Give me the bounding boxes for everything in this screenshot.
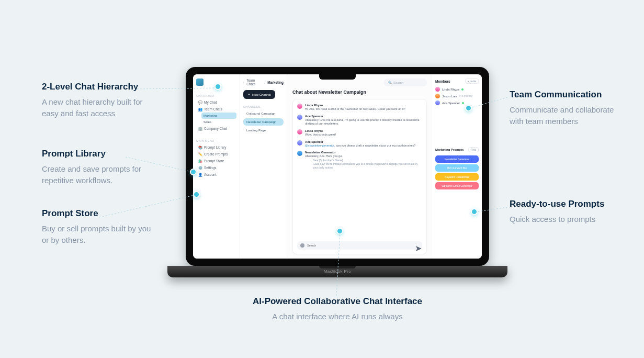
search-input[interactable]: 🔍 Search (384, 79, 427, 86)
avatar (435, 87, 440, 92)
create-icon: ✏️ (198, 152, 202, 156)
avatar-ace (297, 140, 302, 146)
chat-input[interactable] (307, 244, 412, 247)
annotation-title: Prompt Store (42, 208, 157, 219)
breadcrumb: ‹ Team Chats / Marketing (243, 79, 284, 86)
status-text: in a meeting (459, 95, 472, 97)
label: Sales (204, 120, 211, 124)
gear-icon: ⚙️ (198, 166, 202, 170)
annotation-desc: A chat interface where AI runs always (254, 311, 421, 322)
message-2: Ace Spencer Absolutely. Give me a second… (297, 115, 422, 126)
channels-column: ‹ Team Chats / Marketing ＋ New Channel C… (240, 74, 287, 259)
annotation-prompt-library: Prompt Library Create and save prompts f… (42, 149, 157, 186)
sidebar-item-company-chat[interactable]: 🏢Company Chat (196, 125, 236, 132)
breadcrumb-sep: / (264, 81, 265, 84)
laptop-label: MacBook Pro (324, 269, 351, 274)
channel-outbound[interactable]: Outbound Campaign (243, 110, 284, 117)
hotspot-hierarchy[interactable] (214, 83, 221, 90)
hotspot-prompt-lib[interactable] (190, 169, 197, 175)
label: Team Chats (204, 107, 222, 111)
chat-icon: 💬 (198, 100, 202, 104)
app-logo[interactable] (196, 79, 204, 86)
channel-newsletter[interactable]: Newsletter Campaign (243, 118, 284, 126)
prompt-keyword[interactable]: Keyword Researcher (435, 173, 479, 181)
sidebar-item-prompt-library[interactable]: 📚Prompt Library (196, 144, 236, 151)
sidebar-item-sales[interactable]: Sales (201, 119, 236, 125)
prompts-header: Marketing Prompts Find (435, 147, 479, 152)
label: Create Prompts (204, 152, 228, 156)
sidebar-item-prompt-store[interactable]: 🛍️Prompt Store (196, 158, 236, 164)
sidebar-item-create-prompts[interactable]: ✏️Create Prompts (196, 151, 236, 158)
message-author: Linda Rhyze (305, 129, 336, 132)
chat-panel: Linda Rhyze Hi, Ace. We need a draft of … (292, 99, 427, 254)
label: Company Chat (204, 127, 227, 130)
sidebar-item-marketing[interactable]: Marketing (201, 113, 236, 119)
members-title: Members (435, 80, 450, 83)
team-icon: 👥 (198, 107, 202, 111)
app-sidebar: Chatroom 💬My Chat 👥Team Chats Marketing … (193, 74, 240, 259)
member-ace[interactable]: Ace Spencer (435, 100, 479, 105)
sidebar-item-account[interactable]: 👤Account (196, 171, 236, 178)
find-button[interactable]: Find (468, 147, 479, 152)
annotation-desc: Communicate and collaborate with team me… (510, 104, 614, 127)
sidebar-item-settings[interactable]: ⚙️Settings (196, 164, 236, 171)
breadcrumb-current: Marketing (267, 81, 284, 84)
hotspot-ready-prompts[interactable] (471, 208, 478, 215)
message-author: Ace Spencer (305, 140, 415, 143)
annotation-title: 2-Level Chat Hierarchy (42, 82, 157, 92)
label: Account (204, 173, 217, 176)
channel-landing[interactable]: Landing Page (243, 127, 284, 134)
annotation-title: Ready-to-use Prompts (510, 199, 604, 209)
status-online-icon (461, 88, 464, 91)
hotspot-prompt-store[interactable] (193, 191, 200, 198)
message-text: Absolutely. Give me a second, I'm going … (305, 118, 422, 126)
message-text: Absolutely, Ace. Here you go. (305, 154, 422, 159)
message-author: Newsletter Generator (305, 151, 422, 154)
message-text: Wow, that sounds great! (305, 133, 336, 137)
sidebar-item-my-chat[interactable]: 💬My Chat (196, 99, 236, 106)
avatar-linda (297, 129, 302, 135)
members-header: Members + Invite (435, 79, 479, 84)
avatar (435, 94, 440, 98)
message-1: Linda Rhyze Hi, Ace. We need a draft of … (297, 104, 422, 111)
invite-button[interactable]: + Invite (465, 79, 479, 84)
annotation-desc: A new chat hierarchy built for easy and … (42, 96, 157, 119)
label: Prompt Store (204, 159, 224, 163)
member-jason[interactable]: Jason Lars in a meeting (435, 94, 479, 98)
user-avatar-icon (300, 243, 304, 248)
label: Prompt Library (204, 146, 227, 149)
new-channel-button[interactable]: ＋ New Channel (243, 90, 275, 99)
label: Marketing (204, 114, 217, 117)
channels-section-label: Channels (243, 105, 284, 108)
member-name: Jason Lars (442, 95, 457, 98)
mention[interactable]: @newsletter-generator (305, 144, 334, 147)
prompts-title: Marketing Prompts (435, 148, 464, 151)
label: New Channel (252, 93, 271, 96)
chevron-left-icon[interactable]: ‹ (243, 81, 244, 84)
member-name: Linda Rhyze (442, 88, 459, 91)
plus-icon: ＋ (247, 92, 251, 97)
library-icon: 📚 (198, 146, 202, 149)
sidebar-item-team-chats[interactable]: 👥Team Chats (196, 106, 236, 113)
sidebar-section-main-menu: Main Menu (196, 139, 236, 142)
annotation-desc: Buy or sell prompts built by you or by o… (42, 223, 157, 246)
member-linda[interactable]: Linda Rhyze (435, 87, 479, 92)
store-icon: 🛍️ (198, 159, 202, 163)
annotation-desc: Quick access to prompts (510, 214, 604, 225)
prompt-hr[interactable]: HR Outreach Bot (435, 164, 479, 172)
prompt-newsletter[interactable]: Newsletter Generator (435, 155, 479, 163)
search-icon: 🔍 (388, 81, 392, 84)
message-5-bot: Newsletter Generator Absolutely, Ace. He… (297, 151, 422, 170)
send-icon[interactable]: ➤ (415, 243, 419, 248)
breadcrumb-parent[interactable]: Team Chats (246, 79, 262, 86)
hotspot-ai-chat[interactable] (336, 228, 343, 234)
hotspot-team-comm[interactable] (465, 105, 472, 111)
annotation-hierarchy: 2-Level Chat Hierarchy A new chat hierar… (42, 82, 157, 119)
status-online-icon (462, 102, 464, 104)
chat-input-bar[interactable]: ➤ (297, 241, 422, 250)
annotation-title: Prompt Library (42, 149, 157, 159)
message-text: Hi, Ace. We need a draft of the newslett… (305, 107, 405, 111)
bot-output-line: Good day! We're thrilled to introduce yo… (313, 162, 422, 170)
prompt-welcome[interactable]: Welcome Email Generator (435, 182, 479, 189)
member-name: Ace Spencer (442, 102, 460, 105)
